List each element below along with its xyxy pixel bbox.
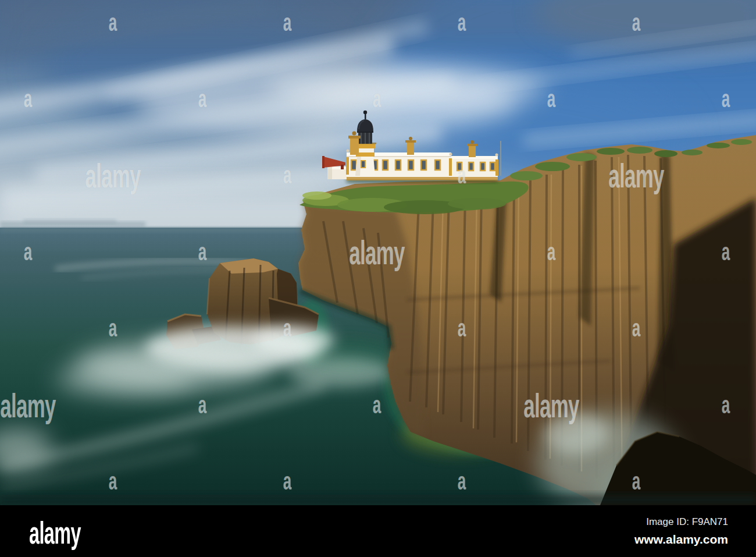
image-id-text: Image ID: F9AN71 (634, 516, 728, 528)
tower-chimney (350, 137, 359, 155)
photo-neist-point-lighthouse: aaaaaaaaaaaaaaaaaaaaaaaaaaalamyalamyalam… (0, 0, 756, 505)
bottom-fade (0, 495, 756, 505)
footer-bar: alamy Image ID: F9AN71 www.alamy.com (0, 505, 756, 557)
alamy-stock-photo-comp: aaaaaaaaaaaaaaaaaaaaaaaaaaalamyalamyalam… (0, 0, 756, 557)
footer-meta: Image ID: F9AN71 www.alamy.com (634, 516, 728, 547)
alamy-logo: alamy (29, 515, 81, 551)
flagpole (500, 141, 501, 176)
scene (0, 0, 756, 505)
alamy-url-text: www.alamy.com (634, 533, 728, 547)
